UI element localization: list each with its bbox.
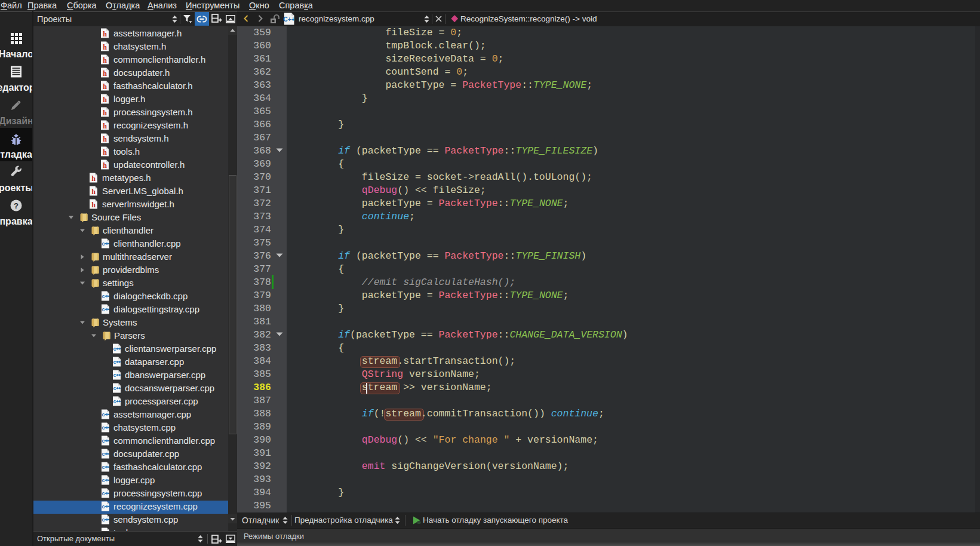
svg-text:h: h [103,109,107,117]
svg-text:h: h [103,69,107,78]
svg-text:h: h [103,56,107,65]
svg-text:h: h [91,174,96,183]
svg-text:h: h [91,188,96,196]
svg-text:c: c [102,517,105,523]
svg-text:?: ? [14,201,19,210]
svg-text:h: h [103,122,107,130]
svg-text:c: c [102,241,105,247]
svg-text:c: c [102,477,105,483]
svg-text:c: c [102,504,105,510]
svg-text:h: h [103,82,107,91]
svg-text:c: c [102,425,105,431]
svg-text:h: h [103,43,107,51]
svg-text:C++: C++ [284,16,295,23]
svg-text:c: c [102,293,105,299]
svg-text:c: c [102,490,105,496]
svg-text:c: c [102,438,105,444]
svg-text:c: c [113,346,116,352]
svg-text:c: c [102,464,105,470]
svg-text:h: h [91,201,96,209]
svg-text:c: c [102,412,105,418]
svg-text:h: h [103,161,107,170]
svg-text:c: c [113,398,116,404]
svg-text:h: h [103,30,107,38]
svg-text:c: c [113,385,116,391]
svg-text:c: c [102,451,105,457]
svg-text:h: h [103,135,107,143]
svg-text:c: c [113,359,116,365]
svg-text:h: h [103,96,107,104]
svg-text:c: c [102,306,105,312]
svg-text:c: c [113,372,116,378]
svg-text:h: h [103,148,107,157]
